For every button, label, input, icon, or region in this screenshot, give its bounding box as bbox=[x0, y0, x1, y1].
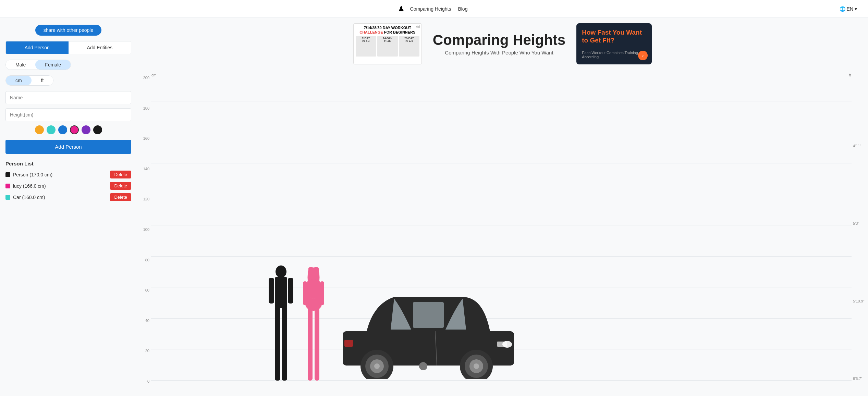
svg-rect-9 bbox=[308, 308, 313, 381]
scale-label-20: 20 bbox=[145, 349, 149, 353]
share-button[interactable]: share with other people bbox=[35, 25, 102, 36]
person-color-dot bbox=[5, 184, 10, 188]
list-item: lucy (166.0 cm) Delete bbox=[5, 182, 131, 190]
grid-line-140 bbox=[151, 163, 852, 163]
unit-ft-btn[interactable]: ft bbox=[32, 76, 53, 85]
ad-plans: 7-DAYPLAN 14-DAYPLAN 28-DAYPLAN bbox=[356, 36, 419, 57]
ad-plan-14: 14-DAYPLAN bbox=[377, 36, 398, 57]
swatch-blue[interactable] bbox=[58, 125, 67, 134]
chart-scale-right: 6'6.7" 5'10.9" 5'3" 4'11" bbox=[852, 70, 868, 381]
name-input[interactable] bbox=[5, 91, 131, 104]
ad-box-2[interactable]: How Fast You Want to Get Fit? Each Worko… bbox=[576, 23, 652, 64]
list-item: Car (160.0 cm) Delete bbox=[5, 193, 131, 201]
ad-badge: Ad bbox=[416, 25, 420, 29]
header-nav: Comparing Heights Blog bbox=[407, 5, 470, 13]
svg-point-14 bbox=[502, 341, 512, 348]
female-silhouette bbox=[302, 267, 326, 381]
add-tab-group: Add Person Add Entities bbox=[5, 41, 131, 54]
swatch-purple[interactable] bbox=[82, 125, 90, 134]
banner-row: Ad 7/14/28/30 DAY WORKOUT CHALLENGE FOR … bbox=[137, 18, 868, 70]
sidebar: share with other people Add Person Add E… bbox=[0, 18, 137, 396]
person-label: Person (170.0 cm) bbox=[13, 172, 107, 177]
list-item: Person (170.0 cm) Delete bbox=[5, 171, 131, 178]
male-silhouette bbox=[267, 264, 295, 381]
scale-label-160: 160 bbox=[143, 136, 149, 140]
ad-dark-subtitle: Each Workout Combines Training, Accordin… bbox=[582, 51, 646, 59]
ad-plan-28: 28-DAYPLAN bbox=[399, 36, 419, 57]
height-chart: cm ft 020406080100120140160180200 6'6.7"… bbox=[137, 70, 868, 391]
grid-line-160 bbox=[151, 132, 852, 132]
ad-box-1[interactable]: Ad 7/14/28/30 DAY WORKOUT CHALLENGE FOR … bbox=[353, 23, 422, 64]
site-title-block: Comparing Heights Comparing Heights With… bbox=[433, 32, 565, 55]
tab-add-person[interactable]: Add Person bbox=[6, 41, 69, 54]
site-subtitle: Comparing Heights With People Who You Wa… bbox=[433, 50, 565, 55]
chart-area: Ad 7/14/28/30 DAY WORKOUT CHALLENGE FOR … bbox=[137, 18, 868, 396]
grid-line-200 bbox=[151, 70, 852, 70]
person-label: lucy (166.0 cm) bbox=[13, 183, 107, 189]
scale-label-100: 100 bbox=[143, 227, 149, 232]
svg-rect-12 bbox=[413, 302, 444, 328]
person-label: Car (160.0 cm) bbox=[13, 195, 107, 200]
add-person-button[interactable]: Add Person bbox=[5, 140, 131, 154]
scale-label-140: 140 bbox=[143, 167, 149, 171]
scale-label-80: 80 bbox=[145, 258, 149, 262]
svg-point-23 bbox=[374, 363, 380, 369]
scale-label-0: 0 bbox=[147, 379, 149, 383]
unit-cm-btn[interactable]: cm bbox=[6, 76, 32, 85]
lang-label: EN bbox=[847, 6, 853, 12]
language-selector[interactable]: 🌐 EN ▾ bbox=[840, 6, 857, 12]
scale-label-200: 200 bbox=[143, 76, 149, 80]
gender-male-btn[interactable]: Male bbox=[6, 60, 35, 70]
ad-dark-title: How Fast You Want to Get Fit? bbox=[582, 29, 646, 45]
svg-point-19 bbox=[474, 363, 479, 369]
scale-label-60: 60 bbox=[145, 288, 149, 292]
svg-rect-1 bbox=[275, 277, 287, 308]
color-swatches bbox=[5, 125, 131, 134]
female-figure bbox=[302, 267, 326, 381]
scale-label-120: 120 bbox=[143, 197, 149, 201]
main-layout: share with other people Add Person Add E… bbox=[0, 18, 868, 396]
scale-label-40: 40 bbox=[145, 319, 149, 323]
svg-rect-10 bbox=[315, 308, 319, 381]
car-svg bbox=[339, 270, 517, 379]
delete-person-0-button[interactable]: Delete bbox=[110, 171, 131, 178]
car-figure bbox=[339, 270, 517, 381]
tab-add-entities[interactable]: Add Entities bbox=[69, 41, 131, 54]
site-title: Comparing Heights bbox=[433, 32, 565, 48]
height-input[interactable] bbox=[5, 108, 131, 121]
delete-person-1-button[interactable]: Delete bbox=[110, 182, 131, 190]
arrow-icon: › bbox=[638, 51, 648, 60]
svg-rect-4 bbox=[275, 307, 280, 381]
svg-point-25 bbox=[419, 362, 427, 370]
logo-icon: ♟ bbox=[398, 4, 405, 13]
svg-rect-2 bbox=[269, 278, 274, 304]
grid-line-120 bbox=[151, 194, 852, 194]
grid-line-100 bbox=[151, 225, 852, 225]
svg-rect-5 bbox=[282, 307, 287, 381]
svg-rect-3 bbox=[288, 278, 293, 304]
blog-link[interactable]: Blog bbox=[455, 5, 470, 13]
grid-line-180 bbox=[151, 101, 852, 101]
swatch-teal[interactable] bbox=[47, 125, 56, 134]
site-logo: ♟ Comparing Heights Blog bbox=[398, 4, 470, 13]
swatch-pink[interactable] bbox=[70, 125, 79, 134]
grid-line-80 bbox=[151, 256, 852, 257]
swatch-black[interactable] bbox=[93, 125, 102, 134]
person-color-dot bbox=[5, 195, 10, 200]
globe-icon: 🌐 bbox=[840, 6, 845, 12]
svg-rect-15 bbox=[344, 340, 353, 347]
scale-label-180: 180 bbox=[143, 106, 149, 110]
gender-female-btn[interactable]: Female bbox=[35, 60, 71, 70]
challenge-text: CHALLENGE bbox=[359, 30, 383, 34]
gender-group: Male Female bbox=[5, 60, 71, 70]
delete-person-2-button[interactable]: Delete bbox=[110, 193, 131, 201]
ad-title: 7/14/28/30 DAY WORKOUT CHALLENGE FOR BEG… bbox=[356, 26, 419, 35]
chart-scale-left: 020406080100120140160180200 bbox=[137, 77, 151, 381]
male-figure bbox=[267, 264, 295, 381]
header: ♟ Comparing Heights Blog 🌐 EN ▾ bbox=[0, 0, 868, 18]
svg-point-0 bbox=[276, 265, 286, 278]
person-list-title: Person List bbox=[5, 161, 131, 166]
person-color-dot bbox=[5, 172, 10, 177]
comparing-heights-link[interactable]: Comparing Heights bbox=[407, 5, 454, 13]
swatch-yellow[interactable] bbox=[35, 125, 44, 134]
